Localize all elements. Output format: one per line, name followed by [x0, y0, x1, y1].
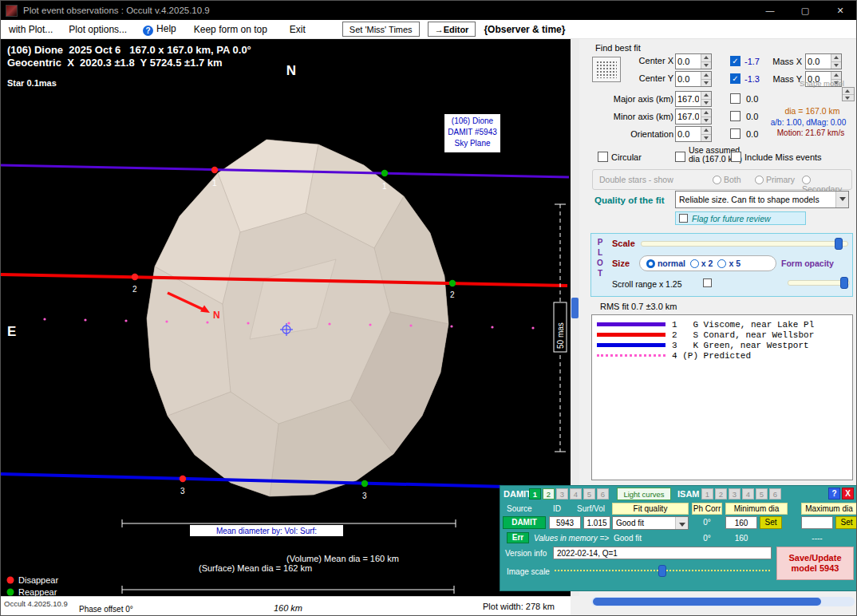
flag-review-checkbox[interactable] — [679, 214, 688, 223]
maximum-dia-input[interactable] — [802, 517, 832, 528]
damit-tab-2[interactable]: 2 — [543, 488, 555, 500]
close-icon[interactable]: ✕ — [823, 1, 857, 20]
isam-tab-3[interactable]: 3 — [729, 488, 740, 500]
plot-vertical-scrollbar-thumb[interactable] — [571, 298, 579, 318]
minor-axis-spinner[interactable] — [675, 109, 712, 124]
size-x2-radio[interactable]: x 2 — [690, 259, 713, 268]
menu-help[interactable]: ?Help — [143, 23, 176, 36]
spin-down-icon[interactable] — [843, 95, 854, 101]
version-info-input[interactable] — [554, 547, 771, 559]
err-button[interactable]: Err — [507, 532, 529, 543]
isam-tab-2[interactable]: 2 — [715, 488, 727, 500]
scroll-range-checkbox[interactable] — [703, 278, 712, 287]
center-x-input[interactable] — [676, 54, 701, 69]
center-y-input[interactable] — [676, 72, 701, 86]
menu-exit[interactable]: Exit — [290, 24, 306, 35]
sky-plane-plot[interactable]: 1 1 2 2 3 3 N — [1, 39, 571, 596]
orientation-input[interactable] — [676, 127, 701, 141]
major-axis-spin-buttons[interactable] — [701, 92, 711, 106]
minimize-icon[interactable]: — — [752, 1, 788, 20]
center-x-fit-checkbox[interactable]: ✓ — [730, 56, 740, 66]
center-y-spin-buttons[interactable] — [701, 72, 711, 86]
mass-x-input[interactable] — [806, 54, 831, 69]
image-scale-slider-thumb[interactable] — [658, 565, 666, 577]
spin-down-icon[interactable] — [701, 62, 711, 69]
set-miss-times-button[interactable]: Set 'Miss' Times — [342, 22, 420, 37]
center-x-spin-buttons[interactable] — [701, 54, 711, 69]
major-axis-input[interactable] — [676, 92, 701, 106]
surfvol-field[interactable] — [583, 516, 610, 529]
set-maximum-dia-button[interactable]: Set — [835, 516, 857, 529]
chord-list-item[interactable]: 2 S Conard, near Wellsbor — [592, 330, 852, 340]
mass-x-spin-buttons[interactable] — [831, 54, 841, 69]
size-normal-radio[interactable]: normal — [646, 259, 685, 268]
editor-button[interactable]: →Editor — [428, 22, 476, 37]
major-axis-spinner[interactable] — [675, 91, 712, 107]
save-update-model-button[interactable]: Save/Update model 5943 — [776, 547, 854, 580]
spin-up-icon[interactable] — [701, 109, 711, 117]
model-id-field[interactable] — [549, 516, 581, 529]
chord-list-item[interactable]: 3 K Green, near Westport — [592, 340, 852, 350]
menu-with-plot[interactable]: with Plot... — [9, 24, 53, 35]
model-id-input[interactable] — [550, 517, 580, 528]
quality-of-fit-combo[interactable]: Reliable size. Can fit to shape models — [675, 191, 849, 208]
center-x-spinner[interactable] — [675, 53, 712, 69]
double-stars-primary-radio[interactable]: Primary — [755, 175, 795, 184]
version-info-field[interactable] — [553, 547, 772, 559]
damit-tab-1[interactable]: 1 — [529, 488, 541, 500]
mass-x-spinner[interactable] — [805, 53, 842, 69]
damit-close-button[interactable]: X — [842, 488, 854, 500]
shape-model-spinner[interactable] — [842, 87, 855, 101]
isam-tab-4[interactable]: 4 — [742, 488, 754, 500]
spin-up-icon[interactable] — [701, 92, 711, 100]
set-minimum-dia-button[interactable]: Set — [760, 516, 782, 529]
orientation-fit-checkbox[interactable] — [730, 128, 740, 139]
minor-axis-fit-checkbox[interactable] — [730, 111, 740, 121]
menu-keep-form-on-top[interactable]: Keep form on top — [194, 24, 267, 35]
observer-time-label[interactable]: {Observer & time} — [484, 24, 565, 35]
form-opacity-slider[interactable] — [788, 277, 850, 289]
minor-axis-spin-buttons[interactable] — [701, 109, 711, 124]
form-opacity-slider-thumb[interactable] — [840, 277, 848, 289]
spin-down-icon[interactable] — [701, 117, 711, 124]
mean-diameter-label-box[interactable]: Mean diameter by: Vol: Surf: — [190, 525, 343, 536]
spin-up-icon[interactable] — [701, 54, 711, 62]
spin-up-icon[interactable] — [701, 72, 711, 80]
orientation-spinner[interactable] — [675, 126, 712, 142]
major-axis-fit-checkbox[interactable] — [730, 93, 740, 104]
spin-up-icon[interactable] — [843, 88, 854, 95]
spin-down-icon[interactable] — [831, 62, 841, 69]
chord-list-item[interactable]: 4 (P) Predicted — [592, 350, 852, 361]
damit-tab-3[interactable]: 3 — [556, 488, 568, 500]
combo-arrow-icon[interactable] — [835, 192, 848, 207]
damit-source-button[interactable]: DAMIT — [503, 516, 546, 529]
spin-down-icon[interactable] — [701, 135, 711, 142]
center-y-spinner[interactable] — [675, 71, 712, 87]
include-miss-events-checkbox[interactable] — [731, 152, 741, 162]
plot-width-scrollbar-thumb[interactable] — [593, 598, 821, 606]
find-best-fit-button[interactable] — [592, 57, 621, 82]
minimum-dia-field[interactable] — [725, 516, 757, 529]
isam-tab-6[interactable]: 6 — [769, 488, 781, 500]
fit-quality-combo[interactable]: Good fit — [612, 516, 689, 530]
maximize-icon[interactable]: ▢ — [788, 1, 823, 20]
spin-down-icon[interactable] — [701, 100, 711, 107]
isam-tab-5[interactable]: 5 — [756, 488, 768, 500]
orientation-spin-buttons[interactable] — [701, 127, 711, 141]
double-stars-both-radio[interactable]: Both — [713, 175, 741, 184]
spin-down-icon[interactable] — [701, 80, 711, 87]
light-curves-button[interactable]: Light curves — [617, 488, 671, 500]
scale-slider-track[interactable] — [641, 241, 848, 247]
damit-tab-5[interactable]: 5 — [583, 488, 595, 500]
surfvol-input[interactable] — [584, 517, 610, 528]
circular-checkbox[interactable] — [598, 152, 608, 162]
damit-tab-6[interactable]: 6 — [597, 488, 609, 500]
spin-up-icon[interactable] — [831, 54, 841, 62]
center-y-fit-checkbox[interactable]: ✓ — [730, 73, 740, 84]
menu-plot-options[interactable]: Plot options... — [69, 24, 127, 35]
combo-arrow-icon[interactable] — [675, 517, 688, 529]
use-assumed-dia-checkbox[interactable] — [675, 152, 685, 162]
spin-up-icon[interactable] — [701, 127, 711, 135]
image-scale-slider[interactable] — [553, 565, 772, 577]
maximum-dia-field[interactable] — [801, 516, 833, 529]
